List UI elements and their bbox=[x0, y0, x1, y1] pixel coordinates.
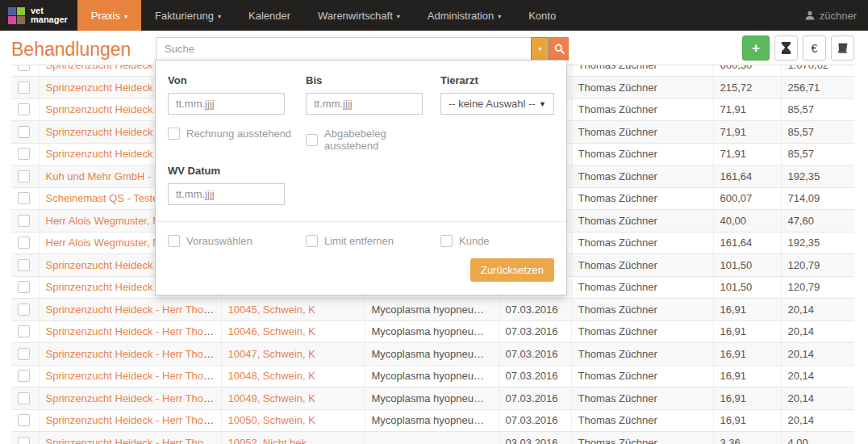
row-checkbox[interactable] bbox=[18, 103, 30, 115]
row-checkbox[interactable] bbox=[18, 65, 30, 71]
search-filter-toggle-button[interactable]: ▾ bbox=[531, 37, 549, 61]
page-title: Behandlungen bbox=[11, 39, 131, 61]
date-cell: 07.03.2016 bbox=[499, 409, 571, 432]
customer-link[interactable]: Sprinzenzucht Heideck - Herr Thomas Züch… bbox=[46, 304, 222, 316]
bis-date-input[interactable] bbox=[306, 93, 423, 115]
checkbox-icon bbox=[306, 134, 318, 146]
gross-amount-cell: 192,35 bbox=[781, 165, 854, 188]
rechnung-ausstehend-checkbox[interactable]: Rechnung ausstehend bbox=[168, 128, 306, 140]
wv-datum-label: WV Datum bbox=[168, 165, 554, 177]
user-menu[interactable]: züchner bbox=[794, 0, 868, 31]
vet-cell: Thomas Züchner bbox=[571, 320, 713, 343]
abgabebeleg-ausstehend-checkbox[interactable]: Abgabebeleg ausstehend bbox=[306, 128, 440, 152]
checkbox-icon bbox=[440, 235, 453, 247]
vet-cell: Thomas Züchner bbox=[571, 98, 713, 121]
animal-link[interactable]: 10046, Schwein, K bbox=[228, 325, 315, 337]
net-amount-cell: 101,50 bbox=[713, 254, 781, 277]
row-checkbox[interactable] bbox=[18, 82, 30, 94]
row-checkbox[interactable] bbox=[18, 370, 30, 382]
nav-item-kalender[interactable]: Kalender bbox=[235, 0, 304, 31]
date-cell: 07.03.2016 bbox=[499, 365, 571, 387]
customer-link[interactable]: Sprinzenzucht Heideck - Herr Thomas Züch… bbox=[46, 392, 222, 404]
nav-item-warenwirtschaft[interactable]: Warenwirtschaft▾ bbox=[304, 0, 414, 31]
vorauswaehlen-checkbox[interactable]: Vorauswählen bbox=[168, 235, 306, 247]
nav-item-fakturierung[interactable]: Fakturierung▾ bbox=[141, 0, 235, 31]
customer-link[interactable]: Sprinzenzucht Heideck - Herr Thomas Züch… bbox=[46, 370, 222, 382]
kunde-checkbox[interactable]: Kunde bbox=[440, 235, 554, 247]
vet-cell: Thomas Züchner bbox=[571, 432, 713, 444]
pending-button[interactable] bbox=[774, 36, 798, 61]
net-amount-cell: 71,91 bbox=[713, 98, 781, 121]
gross-amount-cell: 1.070,02 bbox=[781, 65, 854, 77]
gross-amount-cell: 20,14 bbox=[781, 320, 854, 343]
nav-item-konto[interactable]: Konto bbox=[515, 0, 570, 31]
von-label: Von bbox=[168, 74, 306, 86]
net-amount-cell: 40,00 bbox=[713, 210, 781, 232]
nav-item-label: Praxis bbox=[91, 10, 120, 22]
row-checkbox[interactable] bbox=[18, 281, 30, 293]
billing-button[interactable]: € bbox=[803, 36, 826, 61]
animal-link[interactable]: 10050, Schwein, K bbox=[228, 414, 315, 426]
net-amount-cell: 16,91 bbox=[713, 320, 781, 343]
net-amount-cell: 161,64 bbox=[713, 232, 781, 254]
table-row: Sprinzenzucht Heideck - Herr Thomas Züch… bbox=[11, 320, 854, 343]
customer-link[interactable]: Sprinzenzucht Heideck - Herr Thomas Züch… bbox=[46, 325, 222, 337]
vet-cell: Thomas Züchner bbox=[571, 409, 713, 432]
row-checkbox[interactable] bbox=[18, 437, 30, 444]
row-checkbox[interactable] bbox=[18, 237, 30, 249]
hourglass-icon bbox=[781, 42, 791, 54]
net-amount-cell: 71,91 bbox=[713, 121, 781, 144]
row-checkbox[interactable] bbox=[18, 348, 30, 360]
nav-item-label: Warenwirtschaft bbox=[318, 10, 393, 22]
animal-link[interactable]: 10045, Schwein, K bbox=[228, 304, 315, 316]
vet-cell: Thomas Züchner bbox=[571, 77, 713, 99]
animal-link[interactable]: 10048, Schwein, K bbox=[228, 370, 315, 382]
row-checkbox[interactable] bbox=[18, 414, 30, 426]
gross-amount-cell: 120,79 bbox=[781, 276, 854, 299]
euro-icon: € bbox=[812, 42, 818, 55]
nav-item-administration[interactable]: Administration▾ bbox=[414, 0, 515, 31]
nav-item-label: Konto bbox=[528, 10, 556, 22]
table-row: Sprinzenzucht Heideck - Herr Thomas Züch… bbox=[11, 432, 854, 444]
cashbook-button[interactable] bbox=[831, 36, 854, 61]
row-checkbox[interactable] bbox=[18, 325, 30, 337]
diagnosis-cell: Mycoplasma hyopneumoniae bbox=[365, 409, 499, 432]
diagnosis-cell: Mycoplasma hyopneumoniae bbox=[365, 365, 499, 387]
customer-link[interactable]: Sprinzenzucht Heideck - Herr Thomas Züch… bbox=[46, 437, 222, 444]
row-checkbox[interactable] bbox=[18, 215, 30, 227]
wv-datum-input[interactable] bbox=[168, 183, 285, 205]
vetmanager-logo[interactable]: vet manager bbox=[0, 0, 77, 31]
search-input[interactable] bbox=[156, 37, 531, 61]
search-button[interactable] bbox=[549, 37, 569, 61]
vet-cell: Thomas Züchner bbox=[571, 187, 713, 210]
select-caret-icon: ▼ bbox=[539, 100, 546, 108]
book-icon bbox=[837, 43, 849, 53]
add-treatment-button[interactable]: + bbox=[742, 36, 770, 61]
row-checkbox[interactable] bbox=[18, 304, 30, 316]
limit-entfernen-checkbox[interactable]: Limit entfernen bbox=[306, 235, 440, 247]
diagnosis-cell: Mycoplasma hyopneumoniae bbox=[365, 320, 499, 343]
gross-amount-cell: 714,09 bbox=[781, 187, 854, 210]
animal-link[interactable]: 10049, Schwein, K bbox=[228, 392, 315, 404]
checkbox-icon bbox=[306, 235, 318, 247]
gross-amount-cell: 85,57 bbox=[781, 98, 854, 121]
reset-button[interactable]: Zurücksetzen bbox=[470, 258, 554, 282]
gross-amount-cell: 47,60 bbox=[781, 210, 854, 232]
row-checkbox[interactable] bbox=[18, 259, 30, 271]
row-checkbox[interactable] bbox=[18, 170, 30, 182]
animal-link[interactable]: 10047, Schwein, K bbox=[228, 348, 315, 360]
animal-link[interactable]: 10052, Nicht bek… bbox=[228, 437, 318, 444]
row-checkbox[interactable] bbox=[18, 126, 30, 138]
tierarzt-select[interactable]: -- keine Auswahl -- ▼ bbox=[440, 93, 554, 115]
chevron-down-icon: ▾ bbox=[218, 13, 221, 20]
customer-link[interactable]: Sprinzenzucht Heideck - Herr Thomas Züch… bbox=[46, 348, 222, 360]
row-checkbox[interactable] bbox=[18, 148, 30, 160]
gross-amount-cell: 256,71 bbox=[781, 77, 854, 99]
nav-item-praxis[interactable]: Praxis▾ bbox=[77, 0, 141, 31]
row-checkbox[interactable] bbox=[18, 192, 30, 204]
customer-link[interactable]: Sprinzenzucht Heideck - Herr Thomas Züch… bbox=[46, 414, 222, 426]
gross-amount-cell: 85,57 bbox=[781, 121, 854, 144]
von-date-input[interactable] bbox=[168, 93, 285, 115]
row-checkbox[interactable] bbox=[18, 392, 30, 404]
date-cell: 07.03.2016 bbox=[499, 343, 571, 366]
